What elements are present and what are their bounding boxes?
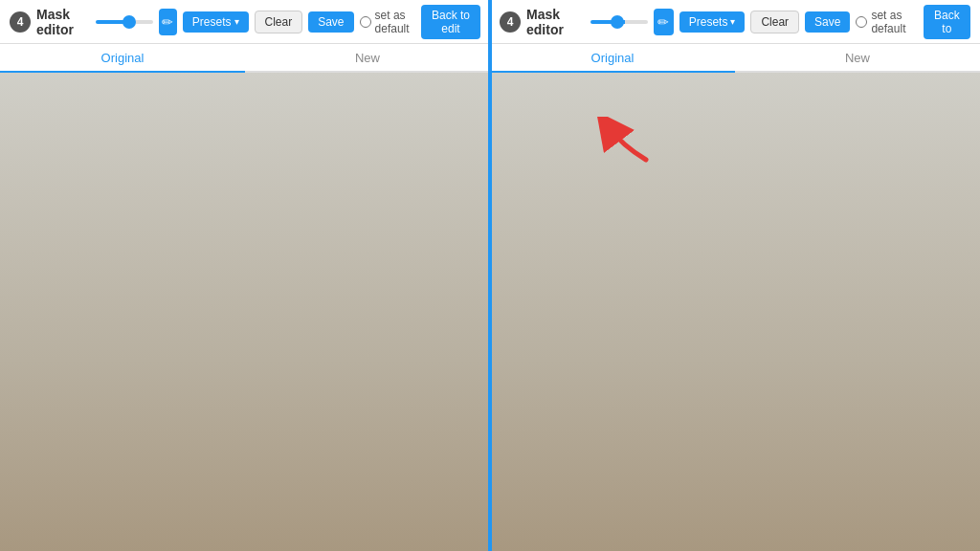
right-brush-size-slider[interactable] (590, 20, 648, 24)
right-pencil-button[interactable]: ✏ (654, 9, 674, 35)
right-panel-title: Mask editor (526, 7, 581, 37)
left-slider-container (96, 20, 153, 24)
right-presets-button[interactable]: Presets (679, 11, 746, 33)
left-clear-button[interactable]: Clear (255, 11, 303, 33)
right-tab-original[interactable]: Original (490, 44, 735, 73)
right-image-area (490, 73, 980, 551)
right-bg (490, 73, 980, 551)
left-save-button[interactable]: Save (308, 11, 353, 33)
left-set-default: set as default (360, 9, 415, 35)
left-tab-bar: Original New (0, 44, 490, 73)
right-save-button[interactable]: Save (805, 11, 850, 33)
left-panel: 4 Mask editor ✏ Presets Clear Save set a… (0, 0, 490, 551)
left-image-area (0, 73, 490, 551)
left-back-button[interactable]: Back to edit (421, 5, 480, 39)
left-tab-original[interactable]: Original (0, 44, 245, 73)
right-back-button[interactable]: Back to (924, 5, 970, 39)
right-toolbar: 4 Mask editor ✏ Presets Clear Save set a… (490, 0, 980, 44)
left-presets-button[interactable]: Presets (183, 11, 249, 33)
left-panel-title: Mask editor (36, 7, 86, 37)
left-brush-size-slider[interactable] (96, 20, 153, 24)
left-pencil-button[interactable]: ✏ (159, 9, 177, 35)
left-set-default-radio[interactable] (360, 16, 371, 28)
right-tab-new[interactable]: New (735, 44, 980, 73)
left-toolbar: 4 Mask editor ✏ Presets Clear Save set a… (0, 0, 490, 44)
right-panel: 4 Mask editor ✏ Presets Clear Save set a… (490, 0, 980, 551)
right-set-default: set as default (856, 9, 917, 35)
panel-divider (488, 0, 492, 551)
left-tab-new[interactable]: New (245, 44, 490, 73)
left-app-icon: 4 (10, 11, 31, 33)
right-set-default-radio[interactable] (856, 16, 867, 28)
left-bg (0, 73, 490, 551)
right-slider-container (590, 20, 648, 24)
right-tab-bar: Original New (490, 44, 980, 73)
right-app-icon: 4 (500, 11, 521, 33)
right-clear-button[interactable]: Clear (750, 11, 799, 33)
